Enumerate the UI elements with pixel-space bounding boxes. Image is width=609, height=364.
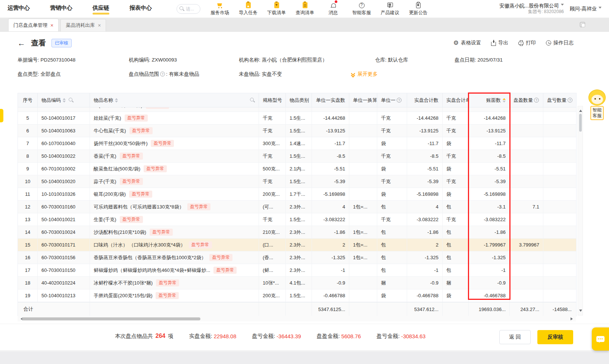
tool-smart-support[interactable]: 智能客服 <box>352 2 371 16</box>
tool-product-feedback[interactable]: 产品建议 <box>380 2 400 16</box>
table-row[interactable]: 9 60-7010010002 酸菜鱼红油(500克/袋) 盈亏异常 500克.… <box>18 163 576 175</box>
column-search-icon[interactable] <box>250 98 255 103</box>
left-drawer-handle[interactable] <box>0 109 3 122</box>
tabbar-ornament-icon[interactable] <box>580 22 585 27</box>
help-icon[interactable] <box>534 98 539 103</box>
sort-icon[interactable] <box>115 98 118 103</box>
table-row[interactable]: 13 50-1040010021 生姜(千克) 盈亏异常 千克 1.5生... … <box>18 213 576 226</box>
tool-import-tasks[interactable]: 导入任务 <box>238 2 258 16</box>
print-button[interactable]: 打印 <box>518 40 536 46</box>
close-icon[interactable]: × <box>98 23 101 28</box>
cell-item-name: …(200克*10袋*6包/件) 盈亏异常 <box>90 107 259 112</box>
tool-query-list[interactable]: 查询清单 <box>295 2 315 16</box>
col-header-book-count[interactable]: 账面数 <box>469 93 510 107</box>
cell-spec: (鲜... <box>259 264 286 276</box>
menu-marketing-center[interactable]: 营销中心 <box>50 3 72 15</box>
table-row[interactable]: 19 50-1040010213 手擀鸡蛋面(200克*15包/袋) 盈亏异常 … <box>18 289 576 302</box>
close-icon[interactable]: × <box>50 23 53 28</box>
table-row[interactable]: 5 50-1040010017 娃娃菜(千克) 盈亏异常 千克 1.5生... … <box>18 112 576 125</box>
cell-item-name: 可乐鸡翅酱料包（可乐鸡翅酱130克*8袋） 盈亏异常 <box>90 201 259 213</box>
horizontal-scroll-thumb[interactable] <box>22 317 200 320</box>
tab-store-inventory[interactable]: 门店盘点单管理 × <box>8 19 59 31</box>
help-icon[interactable] <box>160 72 165 76</box>
cell-loss-qty <box>543 201 575 213</box>
table-row[interactable]: 7 60-1070010040 扬州干丝(300克*50袋/件) 盈亏异常 30… <box>18 137 576 150</box>
scroll-right-arrow[interactable] <box>571 317 574 320</box>
scroll-down-arrow[interactable] <box>579 310 582 313</box>
cell-loss-qty <box>543 251 575 264</box>
cell-profit-qty <box>510 163 543 175</box>
cell-item-code: 50-1040010021 <box>38 213 90 226</box>
operation-log-button[interactable]: 操作日志 <box>546 40 574 46</box>
menu-report-center[interactable]: 报表中心 <box>129 3 152 15</box>
col-header-item-name[interactable]: 物品名称 <box>90 93 259 107</box>
table-row[interactable]: 17 60-7030010150 鲜椒爆炒鸡（鲜椒爆炒鸡鸡块包460克*4袋+鲜… <box>18 264 576 277</box>
cell-unit1-count: -5.51 <box>312 163 349 175</box>
table-row[interactable]: 11 10-1010010326 银耳(200克/袋) 盈亏异常 200克...… <box>18 188 576 201</box>
cell-item-name: 口味鸡（汁水） （口味鸡汁水300克*4袋） 盈亏异常 <box>90 239 259 251</box>
cell-total-count: -1.325 <box>407 251 443 264</box>
scroll-up-arrow[interactable] <box>579 108 582 112</box>
tool-messages[interactable]: 消息 <box>324 2 343 16</box>
col-header-item-code[interactable]: 物品编码 <box>38 93 90 107</box>
cell-item-name: 银耳(200克/袋) 盈亏异常 <box>90 188 259 200</box>
tool-service-market[interactable]: 服务市场 <box>210 2 229 16</box>
cell-item-name: 生姜(千克) 盈亏异常 <box>90 213 259 226</box>
back-icon[interactable]: ← <box>18 39 25 47</box>
download-list-icon <box>274 2 279 8</box>
table-row[interactable]: 10 50-1040010020 蒜子(千克) 盈亏异常 千克 1.5生... … <box>18 175 576 188</box>
sort-icon-active[interactable] <box>503 98 506 103</box>
table-row[interactable]: 14 60-7030010024 沙汤配料包(210克*10袋) 盈亏异常 21… <box>18 226 576 239</box>
cell-loss-qty <box>543 137 575 150</box>
cell-unit1-count: -8.5 <box>312 150 349 162</box>
menu-operation-center[interactable]: 运营中心 <box>7 3 30 15</box>
cell-item-code: 50-1040010022 <box>38 150 90 162</box>
total-profit-qty: 243.27... <box>510 302 543 316</box>
col-header-seq: 序号 <box>18 93 38 107</box>
column-search-icon[interactable] <box>69 98 74 103</box>
table-body-rows: 4 50-1060010013 …(200克*10袋*6包/件) 盈亏异常 20… <box>18 107 576 302</box>
vertical-scrollbar[interactable] <box>578 106 583 316</box>
cell-profit-qty <box>510 264 543 276</box>
table-row[interactable]: 15 60-7030010171 口味鸡（汁水） （口味鸡汁水300克*4袋） … <box>18 239 576 251</box>
unread-dot <box>335 0 337 3</box>
tool-download-list[interactable]: 下载清单 <box>267 2 286 16</box>
help-icon[interactable] <box>568 98 572 103</box>
field-warehouse: 仓库默认仓库 <box>375 57 455 63</box>
back-button[interactable]: 返 回 <box>499 330 531 344</box>
horizontal-scrollbar[interactable] <box>18 316 576 321</box>
cell-loss-qty <box>543 163 575 175</box>
table-row[interactable]: 8 50-1040010022 香菜(千克) 盈亏异常 千克 1.5生... -… <box>18 150 576 163</box>
table-row[interactable]: 16 60-7030010156 香肠蒸豆米香肠包（香肠蒸豆米香肠包1000克*… <box>18 251 576 264</box>
chevron-down-icon <box>599 7 602 10</box>
field-inventory-type: 盘点类型全部盘点 <box>18 71 129 78</box>
cell-unit1-conversion <box>349 188 377 200</box>
sort-icon[interactable] <box>63 98 66 103</box>
company-switcher[interactable]: 安徽蒸小皖...股份有限公司 集团号: 83202086 <box>499 3 564 15</box>
tab-bar: 门店盘点单管理 × 菜品消耗出库 × <box>0 18 609 32</box>
table-row[interactable]: 12 60-7030010160 可乐鸡翅酱料包（可乐鸡翅酱130克*8袋） 盈… <box>18 201 576 213</box>
page-header: ← 查看 已审核 表格设置 导出 打印 操作日志 <box>18 37 574 49</box>
user-menu[interactable]: 顾问-高祥业 <box>570 6 602 12</box>
tool-update-notice[interactable]: 更新公告 <box>409 2 428 16</box>
expand-more-link[interactable]: 展开更多 <box>351 71 378 78</box>
help-icon[interactable] <box>397 98 402 103</box>
chat-fab-button[interactable] <box>592 327 609 351</box>
export-button[interactable]: 导出 <box>491 40 508 46</box>
tab-dish-consumption[interactable]: 菜品消耗出库 × <box>60 19 106 31</box>
table-row[interactable]: 18 40-4020010224 冰鲜柠檬水不干胶(10张*捆) 盈亏异常 10… <box>18 277 576 289</box>
cell-seq: 15 <box>18 239 38 251</box>
cell-total-unit: 千克 <box>443 112 469 124</box>
table-settings-button[interactable]: 表格设置 <box>453 40 481 46</box>
global-search-box[interactable] <box>177 4 200 14</box>
global-search-input[interactable] <box>186 6 198 12</box>
menu-supply-chain[interactable]: 供应链 <box>93 3 109 15</box>
table-row[interactable]: 6 50-1040010063 牛心包菜(千克) 盈亏异常 千克 1.5生...… <box>18 125 576 137</box>
inventory-table: 序号 物品编码 物品名称 规格型号 物品类别 单位一实盘数 单位一换算 单位一 … <box>18 93 577 316</box>
vertical-scroll-thumb[interactable] <box>579 114 582 132</box>
table-row[interactable]: 4 50-1060010013 …(200克*10袋*6包/件) 盈亏异常 20… <box>18 107 576 112</box>
cell-unit1: 包 <box>377 264 407 276</box>
anomaly-badge: 盈亏异常 <box>146 107 169 109</box>
reverse-audit-button[interactable]: 反审核 <box>537 330 573 344</box>
assistant-widget[interactable]: 智能客服 <box>587 90 608 120</box>
